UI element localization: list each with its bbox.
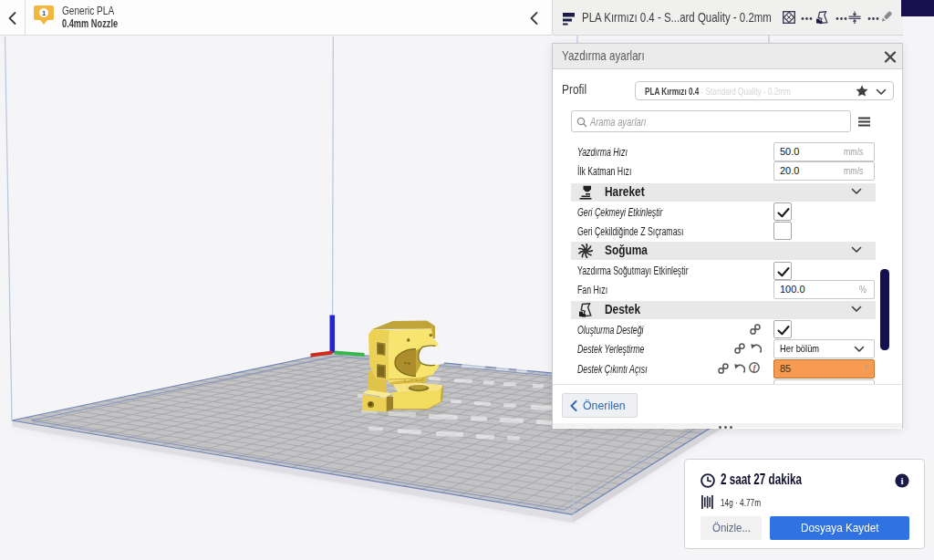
svg-text:1: 1 <box>42 9 46 17</box>
svg-text:i: i <box>900 475 903 486</box>
